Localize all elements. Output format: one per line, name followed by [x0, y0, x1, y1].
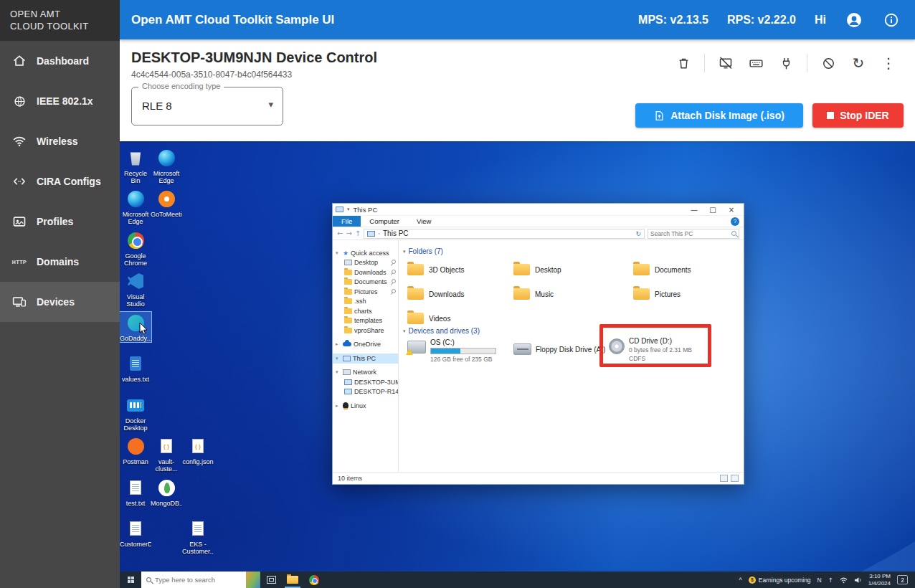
- folder-desktop[interactable]: Desktop: [513, 259, 614, 280]
- kvm-viewport[interactable]: Recycle Bin Microsoft Edge Microsoft Edg…: [120, 141, 915, 588]
- desktop-icon-eks[interactable]: EKS -Customer...: [182, 518, 214, 555]
- keyboard-icon[interactable]: [746, 54, 765, 72]
- nav-item-downloads[interactable]: Downloads: [333, 267, 398, 278]
- nav-item-vproshare[interactable]: vproShare: [333, 326, 398, 336]
- section-label: Folders (7): [409, 247, 443, 255]
- desktop-icon-label: Postman: [120, 458, 151, 465]
- minimize-button[interactable]: —: [685, 204, 703, 215]
- sidebar-item-devices[interactable]: Devices: [0, 282, 120, 322]
- address-box[interactable]: › This PC ↻: [364, 229, 645, 239]
- power-icon[interactable]: [777, 54, 795, 72]
- explorer-search-input[interactable]: [650, 230, 731, 237]
- folders-section-header[interactable]: ▾Folders (7): [403, 247, 443, 255]
- volume-icon[interactable]: [854, 574, 862, 587]
- drive-os-c[interactable]: OS (C:) 126 GB free of 235 GB: [407, 338, 496, 363]
- nav-item-pictures[interactable]: Pictures: [333, 287, 398, 297]
- touch-off-icon[interactable]: [819, 54, 838, 72]
- stop-ider-button[interactable]: Stop IDER: [812, 103, 904, 128]
- info-icon[interactable]: [882, 11, 901, 29]
- taskbar-search[interactable]: [141, 572, 260, 588]
- drive-floppy-a[interactable]: Floppy Disk Drive (A:): [513, 341, 605, 355]
- folder-downloads[interactable]: Downloads: [407, 283, 508, 305]
- desktop-icon-recycle-bin[interactable]: Recycle Bin: [120, 147, 151, 184]
- wifi-icon[interactable]: [840, 574, 848, 587]
- nav-item-documents[interactable]: Documents: [333, 278, 398, 288]
- nav-item-charts[interactable]: charts: [333, 306, 398, 316]
- desktop-icon-vault-cluster[interactable]: vault-cluste...: [151, 435, 182, 473]
- sidebar-item-profiles[interactable]: Profiles: [0, 201, 120, 242]
- action-center-badge[interactable]: 2: [897, 575, 908, 584]
- folder-pictures[interactable]: Pictures: [633, 283, 734, 305]
- search-highlight-thumbnail[interactable]: [246, 572, 260, 588]
- earnings-notification[interactable]: $ Earnings upcoming: [749, 577, 811, 584]
- forward-icon[interactable]: →: [346, 229, 351, 237]
- sidebar-item-domains[interactable]: HTTP Domains: [0, 242, 120, 282]
- desktop-icon-config-json[interactable]: config.json: [182, 435, 214, 465]
- desktop-icon-test-txt[interactable]: test.txt: [120, 477, 151, 507]
- taskbar-search-input[interactable]: [155, 576, 242, 584]
- chrome-taskbar-button[interactable]: [303, 572, 325, 588]
- nav-item-templates[interactable]: templates: [333, 316, 398, 326]
- onedrive-sync-icon[interactable]: ↑: [828, 577, 833, 584]
- nav-item-desktop[interactable]: Desktop: [333, 258, 398, 268]
- list-view-icon[interactable]: [720, 475, 728, 482]
- chevron-down-icon[interactable]: ▾: [347, 207, 350, 212]
- explorer-search[interactable]: [648, 229, 739, 239]
- sidebar-item-cira-configs[interactable]: CIRA Configs: [0, 161, 120, 201]
- nav-item-onedrive[interactable]: ▸OneDrive: [333, 340, 398, 350]
- desktop-icon-customerd[interactable]: CustomerD...: [120, 518, 151, 548]
- task-view-button[interactable]: [260, 572, 282, 588]
- start-button[interactable]: [120, 572, 141, 588]
- nav-item-desktop-3um9njn[interactable]: DESKTOP-3UM9NJN: [333, 377, 398, 387]
- tab-view[interactable]: View: [408, 216, 440, 227]
- explorer-titlebar[interactable]: ▾ This PC — □ ×: [333, 204, 744, 216]
- nav-item-this-pc[interactable]: ▾This PC: [333, 354, 398, 364]
- back-icon[interactable]: ←: [337, 229, 343, 237]
- desktop-icon-postman[interactable]: Postman: [120, 435, 151, 465]
- user-avatar-icon[interactable]: [845, 11, 863, 29]
- kvm-off-icon[interactable]: [716, 54, 735, 72]
- sidebar-item-ieee8021x[interactable]: IEEE 802.1x: [0, 81, 120, 121]
- desktop-icon-values[interactable]: values.txt: [120, 353, 151, 383]
- nav-item-ssh[interactable]: .ssh: [333, 297, 398, 307]
- mouse-cursor: [139, 322, 148, 336]
- folder-documents[interactable]: Documents: [633, 259, 734, 280]
- refresh-icon[interactable]: ↻: [635, 230, 641, 237]
- file-explorer-taskbar-button[interactable]: [282, 572, 303, 588]
- maximize-button[interactable]: □: [703, 204, 722, 215]
- desktop-icon-edge-1[interactable]: Microsoft Edge: [151, 147, 182, 184]
- kebab-menu-icon[interactable]: ⋮: [879, 54, 898, 72]
- encoding-select[interactable]: Choose encoding type RLE 8 ▾: [131, 87, 283, 125]
- sidebar-item-dashboard[interactable]: Dashboard: [0, 41, 120, 81]
- desktop-icon-mongodb[interactable]: MongoDB...: [151, 477, 182, 507]
- nav-item-network[interactable]: ▾Network: [333, 368, 398, 378]
- nav-item-quick-access[interactable]: ▾★Quick access: [333, 248, 398, 258]
- drive-cd-d[interactable]: CD Drive (D:) 0 bytes free of 2.31 MB CD…: [609, 337, 692, 362]
- desktop-icon-docker[interactable]: Docker Desktop: [120, 394, 151, 432]
- close-button[interactable]: ×: [722, 204, 741, 215]
- desktop-icon-vscode[interactable]: Visual Studio Code: [120, 270, 151, 308]
- help-icon[interactable]: ?: [731, 217, 739, 226]
- folder-3d-objects[interactable]: 3D Objects: [407, 259, 508, 280]
- thumbnail-view-icon[interactable]: [731, 475, 739, 482]
- refresh-icon[interactable]: ↻: [849, 54, 868, 72]
- drives-section-header[interactable]: ▾Devices and drives (3): [403, 327, 480, 335]
- desktop-icon-gotomeeting[interactable]: GoToMeeting: [151, 188, 182, 218]
- tab-computer[interactable]: Computer: [361, 216, 408, 227]
- teams-icon[interactable]: N: [817, 577, 822, 584]
- nav-item-linux[interactable]: ▸Linux: [333, 401, 398, 411]
- folder-videos[interactable]: Videos: [407, 308, 508, 329]
- up-icon[interactable]: ↑: [355, 229, 361, 237]
- desktop-icon-chrome[interactable]: Google Chrome: [120, 229, 151, 267]
- sidebar-item-wireless[interactable]: Wireless: [0, 121, 120, 161]
- taskbar-clock[interactable]: 3:10 PM 1/4/2024: [868, 573, 891, 587]
- pin-icon: [390, 279, 395, 285]
- attach-disk-image-button[interactable]: Attach Disk Image (.iso): [635, 103, 803, 128]
- cloud-icon: [343, 342, 351, 346]
- folder-music[interactable]: Music: [513, 283, 614, 305]
- desktop-icon-edge-2[interactable]: Microsoft Edge: [120, 188, 151, 225]
- nav-item-desktop-r142855[interactable]: DESKTOP-R142855: [333, 387, 398, 397]
- trash-icon[interactable]: [674, 54, 693, 72]
- tab-file[interactable]: File: [333, 216, 361, 227]
- tray-chevron-icon[interactable]: ^: [739, 577, 742, 584]
